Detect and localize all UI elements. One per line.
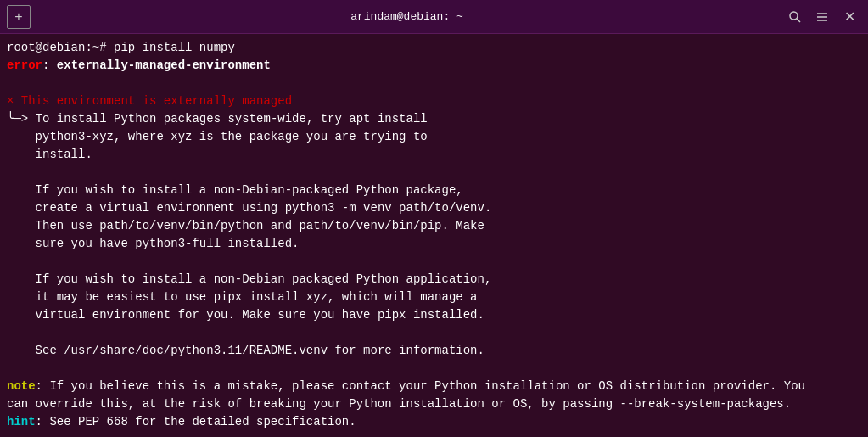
title-bar: + arindam@debian: ~ ✕ <box>0 0 868 34</box>
search-icon <box>788 10 802 24</box>
error-x-line: × This environment is externally managed <box>7 92 861 110</box>
hint-keyword: hint <box>7 415 36 429</box>
svg-line-1 <box>797 19 800 22</box>
search-button[interactable] <box>783 5 807 29</box>
terminal-body[interactable]: root@debian:~# pip install numpy error: … <box>0 34 868 437</box>
close-button[interactable]: ✕ <box>837 5 861 29</box>
blank-line-5 <box>7 360 861 378</box>
hint-line: hint: See PEP 668 for the detailed speci… <box>7 413 861 431</box>
note-keyword: note <box>7 379 36 393</box>
error-message: externally-managed-environment <box>57 59 271 72</box>
new-tab-button[interactable]: + <box>7 5 31 29</box>
blank-line-2 <box>7 164 861 182</box>
arrow-text-line: ╰─> To install Python packages system-wi… <box>7 110 861 164</box>
error-label-line: error: externally-managed-environment <box>7 57 861 75</box>
command-line: root@debian:~# pip install numpy <box>7 39 861 57</box>
error-colon: : <box>42 59 57 72</box>
blank-line-3 <box>7 253 861 271</box>
hint-text: : See PEP 668 for the detailed specifica… <box>36 415 356 429</box>
error-keyword: error <box>7 59 42 72</box>
venv-info-line: If you wish to install a non-Debian-pack… <box>7 182 861 253</box>
title-bar-left: + <box>7 5 31 29</box>
menu-icon <box>815 10 829 24</box>
note-text: : If you believe this is a mistake, plea… <box>7 379 805 411</box>
blank-line-1 <box>7 75 861 92</box>
note-line: note: If you believe this is a mistake, … <box>7 378 861 413</box>
title-bar-right: ✕ <box>783 5 861 29</box>
readme-line: See /usr/share/doc/python3.11/README.ven… <box>7 342 861 360</box>
window-title: arindam@debian: ~ <box>350 10 463 23</box>
pipx-info-line: If you wish to install a non-Debian pack… <box>7 271 861 324</box>
menu-button[interactable] <box>810 5 834 29</box>
blank-line-4 <box>7 324 861 342</box>
svg-point-0 <box>790 12 798 20</box>
